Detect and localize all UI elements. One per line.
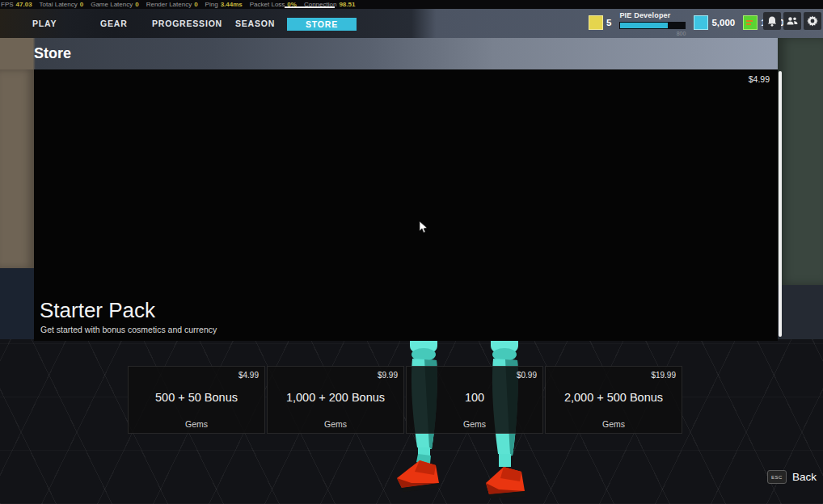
tab-season[interactable]: SEASON (235, 19, 275, 28)
featured-scrollbar[interactable] (779, 71, 782, 337)
debug-stat: Render Latency0 (146, 0, 198, 9)
debug-stat: Total Latency0 (40, 0, 84, 9)
tab-progression[interactable]: PROGRESSION (152, 19, 222, 28)
item-price: $9.99 (378, 371, 398, 380)
item-price: $19.99 (651, 371, 676, 380)
xp-progress-fill (620, 23, 667, 28)
background-wall-left-dark (0, 268, 34, 341)
hud-buttons (763, 12, 821, 30)
item-price: $4.99 (238, 371, 259, 380)
notifications-button[interactable] (763, 12, 781, 30)
background-wall-left (0, 69, 34, 268)
background-wall-right-dark (778, 285, 823, 341)
coin-currency-icon (743, 15, 758, 30)
item-amount: 500 + 50 Bonus (129, 391, 264, 404)
store-item-card[interactable]: $9.99 1,000 + 200 Bonus Gems (267, 366, 404, 434)
item-price: $0.99 (517, 371, 537, 380)
debug-stat: Ping3.44ms (205, 0, 243, 9)
token-currency-icon (589, 15, 603, 30)
tab-store[interactable]: STORE (287, 18, 357, 31)
background-wall-band (0, 38, 823, 69)
store-item-row: $4.99 500 + 50 Bonus Gems $9.99 1,000 + … (128, 366, 684, 434)
player-name: PIE Developer (619, 11, 686, 19)
token-currency-value: 5 (606, 18, 611, 27)
background-wall-right (778, 38, 823, 285)
debug-stat: FPS47.03 (1, 0, 32, 9)
featured-title: Starter Pack (40, 298, 155, 323)
xp-progress-label: 800 (619, 31, 686, 36)
store-item-card[interactable]: $0.99 100 Gems (406, 366, 543, 434)
people-icon (787, 16, 798, 26)
item-amount: 100 (407, 391, 542, 404)
debug-stats-bar: FPS47.03 Total Latency0 Game Latency0 Re… (0, 0, 823, 9)
debug-stat: Game Latency0 (91, 0, 138, 9)
featured-offer-panel[interactable]: $4.99 Starter Pack Get started with bonu… (34, 69, 778, 341)
settings-button[interactable] (804, 12, 821, 30)
social-button[interactable] (783, 12, 801, 30)
store-item-card[interactable]: $4.99 500 + 50 Bonus Gems (128, 366, 265, 434)
gem-currency-icon (694, 15, 708, 30)
item-amount: 1,000 + 200 Bonus (268, 391, 403, 404)
xp-progress-bar (619, 22, 686, 29)
esc-key-icon: ESC (767, 470, 787, 484)
player-hud: 5 PIE Developer 800 5,000 1,000 (589, 11, 784, 39)
store-item-card[interactable]: $19.99 2,000 + 500 Bonus Gems (545, 366, 682, 434)
tab-gear[interactable]: GEAR (100, 19, 128, 28)
back-button[interactable]: ESC Back (767, 470, 817, 484)
featured-subtitle: Get started with bonus cosmetics and cur… (40, 325, 217, 334)
mouse-cursor (419, 221, 428, 234)
item-unit: Gems (546, 419, 682, 429)
item-unit: Gems (268, 419, 403, 429)
gem-currency-value: 5,000 (711, 18, 735, 27)
back-label: Back (792, 471, 817, 483)
page-title: Store (34, 45, 71, 62)
item-unit: Gems (129, 419, 264, 429)
debug-highlight-bar (285, 6, 335, 8)
item-unit: Gems (407, 419, 542, 429)
gear-icon (807, 15, 818, 27)
bell-icon (767, 16, 777, 27)
featured-price: $4.99 (749, 74, 770, 84)
item-amount: 2,000 + 500 Bonus (546, 391, 682, 404)
tab-play[interactable]: PLAY (32, 19, 57, 28)
